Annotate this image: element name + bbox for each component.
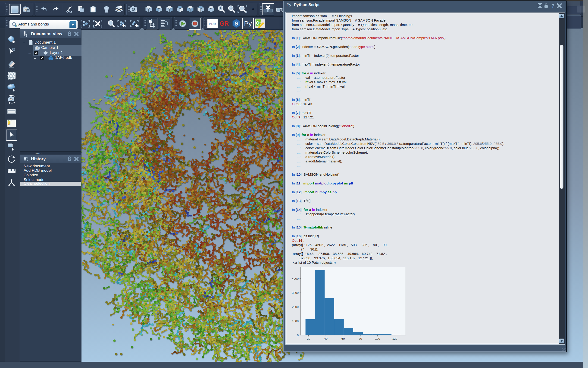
svg-text:1000: 1000 [292,319,299,323]
svg-text:80: 80 [359,337,362,340]
svg-text:?: ? [552,3,554,9]
svg-text:4000: 4000 [292,277,299,280]
svg-text:S: S [235,20,238,27]
svg-text:60: 60 [342,337,345,340]
svg-text:PDB: PDB [209,22,216,26]
svg-text:Qt: Qt [256,20,261,26]
svg-text:Py: Py [244,20,252,27]
svg-text:120: 120 [392,337,397,340]
svg-text:GR: GR [219,20,229,27]
svg-text:40: 40 [324,337,327,340]
svg-text:3000: 3000 [292,291,299,294]
svg-text:Py: Py [287,3,291,7]
svg-text:2000: 2000 [292,305,299,309]
svg-text:20: 20 [307,337,310,340]
svg-text:0: 0 [297,333,299,337]
svg-text:100: 100 [375,337,380,340]
